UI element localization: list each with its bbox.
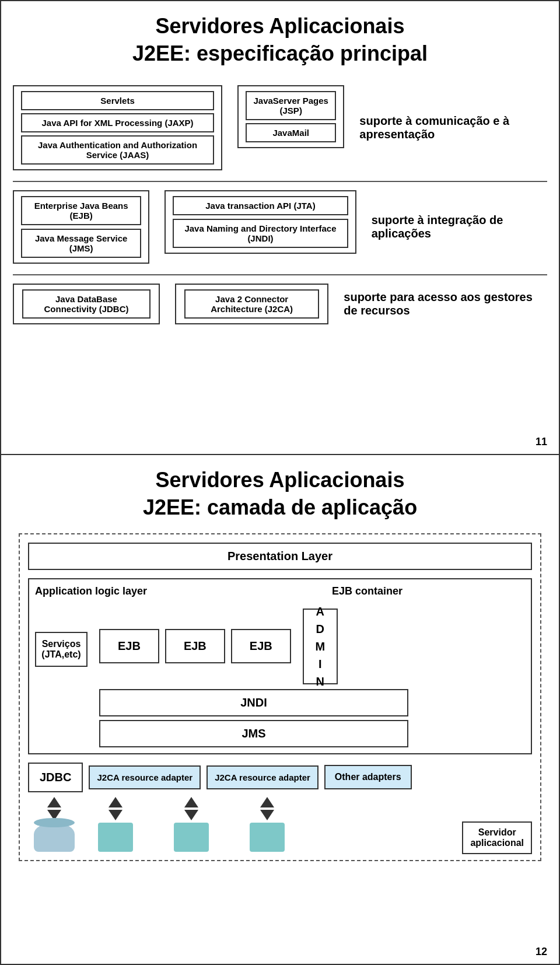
ejb-box: Enterprise Java Beans (EJB) <box>21 196 141 225</box>
jaas-box: Java Authentication and Authorization Se… <box>21 135 214 165</box>
cube-2 <box>98 823 133 852</box>
ejb-box-2: EJB <box>165 629 225 663</box>
section-integration: Enterprise Java Beans (EJB) Java Message… <box>13 190 547 264</box>
server-icon-3 <box>174 797 209 852</box>
resources-label: suporte para acesso aos gestores de recu… <box>344 291 547 317</box>
app-logic-label: Application logic layer <box>35 585 147 597</box>
section-communication: Servlets Java API for XML Processing (JA… <box>13 85 547 170</box>
top-left-group: Servlets Java API for XML Processing (JA… <box>13 85 222 170</box>
jta-box: Java transaction API (JTA) <box>173 196 348 215</box>
slide2-title: Servidores Aplicacionais J2EE: camada de… <box>13 467 547 522</box>
ejb-box-3: EJB <box>231 629 291 663</box>
presentation-layer: Presentation Layer <box>28 543 532 570</box>
server-icon-2 <box>98 797 133 852</box>
integration-label: suporte à integração de aplicações <box>372 214 547 240</box>
j2ca-group: Java 2 Connector Architecture (J2CA) <box>175 284 328 324</box>
cube-3 <box>174 823 209 852</box>
arrow-up-3 <box>184 797 198 807</box>
jms-box: Java Message Service (JMS) <box>21 229 141 258</box>
slide1-title: Servidores Aplicacionais J2EE: especific… <box>13 13 547 68</box>
cylinder-1 <box>34 823 75 852</box>
arrow-up-1 <box>47 797 61 807</box>
arrow-down-2 <box>108 810 123 820</box>
mid-right-group: Java transaction API (JTA) Java Naming a… <box>164 190 356 254</box>
section-resources: Java DataBase Connectivity (JDBC) Java 2… <box>13 284 547 324</box>
slide2: Servidores Aplicacionais J2EE: camada de… <box>0 455 560 965</box>
jndi-label: JNDI <box>99 689 408 716</box>
slide1: Servidores Aplicacionais J2EE: especific… <box>0 0 560 455</box>
admin-box: A D M I N <box>303 609 338 684</box>
db-icon-1 <box>34 797 75 852</box>
j2ca-adapter-box-1: J2CA resource adapter <box>89 765 201 789</box>
ejb-container-label: EJB container <box>332 585 402 597</box>
jdbc-group: Java DataBase Connectivity (JDBC) <box>13 284 160 324</box>
ejb-row: EJB EJB EJB A D M I N <box>99 609 525 684</box>
servlets-box: Servlets <box>21 91 214 110</box>
javamail-box: JavaMail <box>246 123 336 142</box>
slide1-page-num: 11 <box>536 436 547 448</box>
servicos-box: Serviços (JTA,etc) <box>35 632 88 667</box>
jms-label: JMS <box>99 720 408 747</box>
server-icon-4 <box>250 797 285 852</box>
jdbc-adapter-box: JDBC <box>28 763 83 792</box>
top-right-group: JavaServer Pages (JSP) JavaMail <box>237 85 344 148</box>
arrow-up-2 <box>108 797 123 807</box>
arrow-up-4 <box>260 797 274 807</box>
arrow-down-4 <box>260 810 274 820</box>
other-adapters-box: Other adapters <box>324 765 412 789</box>
adapters-row: JDBC J2CA resource adapter J2CA resource… <box>28 763 532 792</box>
bottom-icons-row: Servidor aplicacional <box>28 797 532 852</box>
comm-label: suporte à comunicação e à apresentação <box>359 114 547 141</box>
cube-4 <box>250 823 285 852</box>
jsp-box: JavaServer Pages (JSP) <box>246 91 336 120</box>
j2ca-box: Java 2 Connector Architecture (J2CA) <box>184 289 319 319</box>
jndi-jms-section: JNDI JMS <box>99 689 408 747</box>
mid-left-group: Enterprise Java Beans (EJB) Java Message… <box>13 190 149 264</box>
ejb-box-1: EJB <box>99 629 159 663</box>
jdbc-box: Java DataBase Connectivity (JDBC) <box>22 289 150 319</box>
outer-container: Presentation Layer Application logic lay… <box>19 533 541 861</box>
slide2-page-num: 12 <box>536 946 547 958</box>
j2ca-adapter-box-2: J2CA resource adapter <box>206 765 318 789</box>
jaxp-box: Java API for XML Processing (JAXP) <box>21 113 214 132</box>
arrow-down-3 <box>184 810 198 820</box>
app-logic-section: Application logic layer EJB container Se… <box>28 578 532 754</box>
jndi-box: Java Naming and Directory Interface (JND… <box>173 219 348 248</box>
servidor-box: Servidor aplicacional <box>462 821 532 854</box>
